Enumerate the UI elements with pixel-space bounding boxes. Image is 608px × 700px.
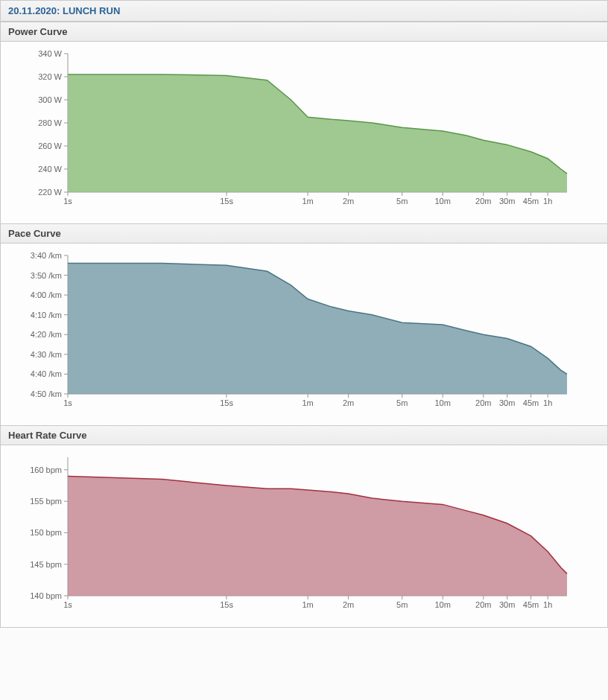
svg-text:45m: 45m [523, 600, 539, 609]
svg-text:1s: 1s [63, 197, 72, 206]
svg-text:30m: 30m [499, 398, 515, 407]
svg-text:4:10 /km: 4:10 /km [31, 311, 62, 319]
svg-text:1s: 1s [63, 600, 72, 609]
svg-text:45m: 45m [523, 398, 539, 407]
svg-text:1m: 1m [302, 197, 313, 206]
svg-text:4:30 /km: 4:30 /km [31, 350, 62, 359]
svg-text:220 W: 220 W [38, 188, 62, 197]
svg-text:4:40 /km: 4:40 /km [31, 369, 62, 378]
svg-text:5m: 5m [396, 197, 408, 206]
svg-text:160 bpm: 160 bpm [30, 465, 62, 474]
panel-body-pace: 3:40 /km3:50 /km4:00 /km4:10 /km4:20 /km… [1, 244, 607, 425]
panel-pace-curve: Pace Curve 3:40 /km3:50 /km4:00 /km4:10 … [1, 223, 607, 425]
svg-text:10m: 10m [435, 398, 451, 407]
svg-text:3:50 /km: 3:50 /km [31, 271, 62, 280]
svg-text:5m: 5m [396, 600, 408, 609]
svg-text:15s: 15s [220, 600, 233, 609]
svg-text:30m: 30m [499, 197, 515, 206]
svg-text:45m: 45m [523, 197, 539, 206]
page: 20.11.2020: Lunch Run Power Curve 220 W2… [0, 0, 608, 628]
svg-text:1m: 1m [302, 398, 313, 407]
activity-title-link[interactable]: 20.11.2020: Lunch Run [8, 5, 120, 16]
chart-pace-curve: 3:40 /km3:50 /km4:00 /km4:10 /km4:20 /km… [23, 248, 574, 412]
svg-text:2m: 2m [343, 398, 354, 407]
svg-text:155 bpm: 155 bpm [30, 497, 62, 506]
svg-text:340 W: 340 W [38, 49, 62, 58]
panel-header-pace: Pace Curve [1, 224, 607, 244]
svg-text:140 bpm: 140 bpm [30, 591, 62, 600]
chart-power-curve: 220 W240 W260 W280 W300 W320 W340 W1s15s… [23, 46, 574, 210]
svg-text:4:50 /km: 4:50 /km [31, 389, 62, 398]
chart-heart-rate-curve: 140 bpm145 bpm150 bpm155 bpm160 bpm1s15s… [23, 450, 574, 614]
svg-text:150 bpm: 150 bpm [30, 528, 62, 537]
svg-text:10m: 10m [435, 197, 451, 206]
panel-power-curve: Power Curve 220 W240 W260 W280 W300 W320… [1, 22, 607, 223]
svg-text:280 W: 280 W [38, 118, 62, 127]
panel-body-hr: 140 bpm145 bpm150 bpm155 bpm160 bpm1s15s… [1, 445, 607, 627]
panel-hr-curve: Heart Rate Curve 140 bpm145 bpm150 bpm15… [1, 425, 607, 627]
svg-text:15s: 15s [220, 398, 233, 407]
svg-text:30m: 30m [499, 600, 515, 609]
panel-header-power: Power Curve [1, 22, 607, 42]
svg-text:2m: 2m [343, 600, 354, 609]
svg-text:5m: 5m [396, 398, 408, 407]
svg-text:4:00 /km: 4:00 /km [31, 290, 62, 299]
panel-body-power: 220 W240 W260 W280 W300 W320 W340 W1s15s… [1, 42, 607, 223]
panel-header-hr: Heart Rate Curve [1, 426, 607, 445]
svg-text:2m: 2m [343, 197, 354, 206]
svg-text:240 W: 240 W [38, 165, 62, 174]
svg-text:4:20 /km: 4:20 /km [31, 330, 62, 339]
svg-text:300 W: 300 W [38, 95, 62, 104]
svg-text:20m: 20m [475, 197, 491, 206]
svg-text:1s: 1s [63, 398, 72, 407]
svg-text:320 W: 320 W [38, 72, 62, 81]
svg-text:20m: 20m [475, 600, 491, 609]
svg-text:3:40 /km: 3:40 /km [31, 251, 62, 260]
svg-text:1m: 1m [302, 600, 313, 609]
activity-title-bar: 20.11.2020: Lunch Run [1, 1, 607, 22]
svg-text:260 W: 260 W [38, 141, 62, 150]
svg-text:1h: 1h [543, 398, 552, 407]
svg-text:20m: 20m [475, 398, 491, 407]
svg-text:10m: 10m [435, 600, 451, 609]
svg-text:145 bpm: 145 bpm [30, 560, 62, 569]
svg-text:15s: 15s [220, 197, 233, 206]
svg-text:1h: 1h [543, 600, 552, 609]
svg-text:1h: 1h [543, 197, 552, 206]
